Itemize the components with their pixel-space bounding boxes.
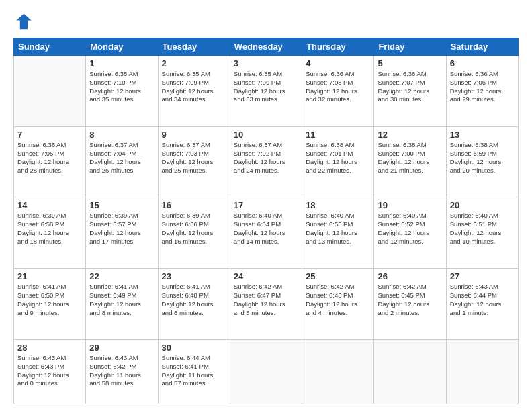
day-number: 18	[306, 200, 370, 210]
calendar-cell: 9Sunrise: 6:37 AM Sunset: 7:03 PM Daylig…	[158, 126, 230, 197]
day-number: 16	[162, 200, 226, 210]
weekday-header-monday: Monday	[86, 38, 158, 56]
day-info: Sunrise: 6:40 AM Sunset: 6:54 PM Dayligh…	[234, 212, 298, 246]
day-number: 20	[450, 200, 515, 210]
weekday-header-sunday: Sunday	[14, 38, 86, 56]
day-number: 8	[89, 130, 154, 140]
day-info: Sunrise: 6:41 AM Sunset: 6:49 PM Dayligh…	[89, 283, 154, 317]
header	[13, 12, 519, 31]
day-number: 2	[162, 58, 226, 68]
day-info: Sunrise: 6:38 AM Sunset: 7:01 PM Dayligh…	[306, 141, 370, 175]
day-info: Sunrise: 6:37 AM Sunset: 7:03 PM Dayligh…	[162, 141, 226, 175]
calendar-cell: 12Sunrise: 6:38 AM Sunset: 7:00 PM Dayli…	[374, 126, 446, 197]
weekday-header-saturday: Saturday	[446, 38, 518, 56]
logo	[13, 12, 35, 31]
calendar-cell: 11Sunrise: 6:38 AM Sunset: 7:01 PM Dayli…	[302, 126, 374, 197]
day-number: 29	[89, 342, 154, 353]
weekday-header-friday: Friday	[374, 38, 446, 56]
day-info: Sunrise: 6:42 AM Sunset: 6:45 PM Dayligh…	[378, 283, 442, 317]
day-info: Sunrise: 6:40 AM Sunset: 6:53 PM Dayligh…	[306, 212, 370, 246]
calendar-cell	[302, 339, 374, 404]
day-number: 15	[89, 200, 154, 210]
calendar-cell: 24Sunrise: 6:42 AM Sunset: 6:47 PM Dayli…	[230, 269, 302, 340]
day-number: 19	[378, 200, 442, 210]
logo-icon	[13, 12, 32, 31]
day-info: Sunrise: 6:39 AM Sunset: 6:56 PM Dayligh…	[162, 212, 226, 246]
day-info: Sunrise: 6:38 AM Sunset: 7:00 PM Dayligh…	[378, 141, 442, 175]
day-number: 6	[450, 58, 515, 68]
calendar-cell: 26Sunrise: 6:42 AM Sunset: 6:45 PM Dayli…	[374, 269, 446, 340]
calendar-cell: 30Sunrise: 6:44 AM Sunset: 6:41 PM Dayli…	[158, 339, 230, 404]
day-number: 25	[306, 271, 370, 281]
day-number: 24	[234, 271, 298, 281]
calendar-cell: 13Sunrise: 6:38 AM Sunset: 6:59 PM Dayli…	[446, 126, 518, 197]
week-row-3: 14Sunrise: 6:39 AM Sunset: 6:58 PM Dayli…	[14, 197, 519, 269]
calendar-cell: 22Sunrise: 6:41 AM Sunset: 6:49 PM Dayli…	[86, 269, 158, 340]
day-info: Sunrise: 6:41 AM Sunset: 6:48 PM Dayligh…	[162, 283, 226, 317]
calendar-body: 1Sunrise: 6:35 AM Sunset: 7:10 PM Daylig…	[14, 56, 519, 404]
calendar-header: SundayMondayTuesdayWednesdayThursdayFrid…	[14, 38, 519, 56]
day-number: 13	[450, 130, 515, 140]
day-number: 27	[450, 271, 515, 281]
day-number: 30	[162, 342, 226, 353]
day-info: Sunrise: 6:37 AM Sunset: 7:04 PM Dayligh…	[89, 141, 154, 175]
calendar-cell	[14, 56, 86, 127]
day-info: Sunrise: 6:40 AM Sunset: 6:52 PM Dayligh…	[378, 212, 442, 246]
calendar-cell: 23Sunrise: 6:41 AM Sunset: 6:48 PM Dayli…	[158, 269, 230, 340]
day-number: 3	[234, 58, 298, 68]
day-number: 23	[162, 271, 226, 281]
calendar-cell: 17Sunrise: 6:40 AM Sunset: 6:54 PM Dayli…	[230, 197, 302, 269]
day-number: 7	[17, 130, 82, 140]
week-row-5: 28Sunrise: 6:43 AM Sunset: 6:43 PM Dayli…	[14, 339, 519, 404]
day-info: Sunrise: 6:44 AM Sunset: 6:41 PM Dayligh…	[162, 354, 226, 388]
calendar-cell: 5Sunrise: 6:36 AM Sunset: 7:07 PM Daylig…	[374, 56, 446, 127]
day-number: 4	[306, 58, 370, 68]
day-info: Sunrise: 6:42 AM Sunset: 6:47 PM Dayligh…	[234, 283, 298, 317]
day-info: Sunrise: 6:37 AM Sunset: 7:02 PM Dayligh…	[234, 141, 298, 175]
day-info: Sunrise: 6:38 AM Sunset: 6:59 PM Dayligh…	[450, 141, 515, 175]
day-info: Sunrise: 6:35 AM Sunset: 7:09 PM Dayligh…	[234, 70, 298, 104]
calendar-cell: 4Sunrise: 6:36 AM Sunset: 7:08 PM Daylig…	[302, 56, 374, 127]
calendar-cell: 25Sunrise: 6:42 AM Sunset: 6:46 PM Dayli…	[302, 269, 374, 340]
day-info: Sunrise: 6:43 AM Sunset: 6:44 PM Dayligh…	[450, 283, 515, 317]
weekday-row: SundayMondayTuesdayWednesdayThursdayFrid…	[14, 38, 519, 56]
week-row-2: 7Sunrise: 6:36 AM Sunset: 7:05 PM Daylig…	[14, 126, 519, 197]
week-row-1: 1Sunrise: 6:35 AM Sunset: 7:10 PM Daylig…	[14, 56, 519, 127]
calendar-cell: 8Sunrise: 6:37 AM Sunset: 7:04 PM Daylig…	[86, 126, 158, 197]
calendar-cell: 21Sunrise: 6:41 AM Sunset: 6:50 PM Dayli…	[14, 269, 86, 340]
day-number: 12	[378, 130, 442, 140]
calendar-cell: 14Sunrise: 6:39 AM Sunset: 6:58 PM Dayli…	[14, 197, 86, 269]
day-info: Sunrise: 6:35 AM Sunset: 7:10 PM Dayligh…	[89, 70, 154, 104]
day-info: Sunrise: 6:36 AM Sunset: 7:07 PM Dayligh…	[378, 70, 442, 104]
weekday-header-thursday: Thursday	[302, 38, 374, 56]
calendar-cell: 27Sunrise: 6:43 AM Sunset: 6:44 PM Dayli…	[446, 269, 518, 340]
calendar-cell: 15Sunrise: 6:39 AM Sunset: 6:57 PM Dayli…	[86, 197, 158, 269]
calendar-cell	[230, 339, 302, 404]
calendar-cell: 3Sunrise: 6:35 AM Sunset: 7:09 PM Daylig…	[230, 56, 302, 127]
day-number: 11	[306, 130, 370, 140]
day-info: Sunrise: 6:41 AM Sunset: 6:50 PM Dayligh…	[17, 283, 82, 317]
weekday-header-tuesday: Tuesday	[158, 38, 230, 56]
calendar-cell: 19Sunrise: 6:40 AM Sunset: 6:52 PM Dayli…	[374, 197, 446, 269]
calendar-cell: 20Sunrise: 6:40 AM Sunset: 6:51 PM Dayli…	[446, 197, 518, 269]
day-info: Sunrise: 6:36 AM Sunset: 7:05 PM Dayligh…	[17, 141, 82, 175]
day-info: Sunrise: 6:43 AM Sunset: 6:42 PM Dayligh…	[89, 354, 154, 388]
day-info: Sunrise: 6:42 AM Sunset: 6:46 PM Dayligh…	[306, 283, 370, 317]
day-number: 26	[378, 271, 442, 281]
calendar-cell: 6Sunrise: 6:36 AM Sunset: 7:06 PM Daylig…	[446, 56, 518, 127]
day-info: Sunrise: 6:36 AM Sunset: 7:06 PM Dayligh…	[450, 70, 515, 104]
day-number: 5	[378, 58, 442, 68]
day-number: 10	[234, 130, 298, 140]
svg-marker-0	[16, 14, 31, 29]
day-number: 9	[162, 130, 226, 140]
calendar-table: SundayMondayTuesdayWednesdayThursdayFrid…	[13, 38, 519, 404]
calendar-cell: 18Sunrise: 6:40 AM Sunset: 6:53 PM Dayli…	[302, 197, 374, 269]
calendar-cell: 16Sunrise: 6:39 AM Sunset: 6:56 PM Dayli…	[158, 197, 230, 269]
day-number: 14	[17, 200, 82, 210]
calendar-cell	[374, 339, 446, 404]
week-row-4: 21Sunrise: 6:41 AM Sunset: 6:50 PM Dayli…	[14, 269, 519, 340]
day-number: 1	[89, 58, 154, 68]
day-info: Sunrise: 6:43 AM Sunset: 6:43 PM Dayligh…	[17, 354, 82, 388]
day-number: 22	[89, 271, 154, 281]
calendar-cell: 2Sunrise: 6:35 AM Sunset: 7:09 PM Daylig…	[158, 56, 230, 127]
